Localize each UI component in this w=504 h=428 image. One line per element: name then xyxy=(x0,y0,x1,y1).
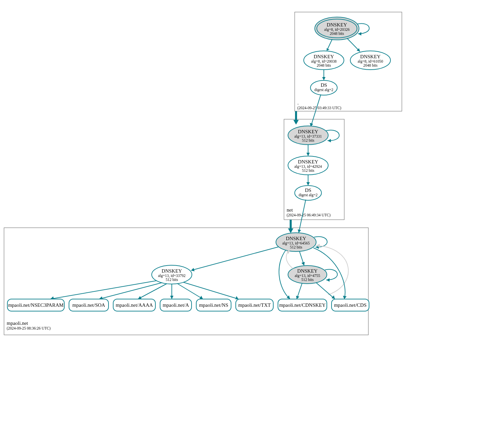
svg-text:mpaoli.net/SOA: mpaoli.net/SOA xyxy=(72,302,105,308)
record-nsec3param: mpaoli.net/NSEC3PARAM xyxy=(7,299,64,311)
svg-text:mpaoli.net/NS: mpaoli.net/NS xyxy=(199,302,228,308)
svg-text:digest alg=2: digest alg=2 xyxy=(314,88,334,92)
node-root-ds: DS digest alg=2 xyxy=(310,80,337,95)
svg-text:mpaoli.net/CDNSKEY: mpaoli.net/CDNSKEY xyxy=(279,302,326,308)
svg-text:DNSKEY: DNSKEY xyxy=(286,236,306,241)
svg-marker-57 xyxy=(343,296,347,299)
svg-text:DNSKEY: DNSKEY xyxy=(297,268,318,274)
edge-zsk1-r1 xyxy=(50,281,157,299)
node-mp-ksk: DNSKEY alg=13, id=64565 512 bits xyxy=(276,233,316,252)
svg-text:DS: DS xyxy=(305,188,311,193)
svg-marker-59 xyxy=(332,295,335,299)
record-cds: mpaoli.net/CDS xyxy=(332,299,369,311)
svg-marker-35 xyxy=(306,182,310,186)
record-cdnskey: mpaoli.net/CDNSKEY xyxy=(278,299,327,311)
svg-text:DNSKEY: DNSKEY xyxy=(298,129,318,134)
edge-mpzsk2-ksk-light xyxy=(286,250,293,269)
svg-text:DNSKEY: DNSKEY xyxy=(327,22,347,27)
node-root-zsk2: DNSKEY alg=8, id=61050 2048 bits xyxy=(350,51,390,70)
edge-mpzsk2-cds xyxy=(316,283,335,299)
edge-zsk1-r6 xyxy=(184,282,238,299)
svg-text:512 bits: 512 bits xyxy=(166,278,178,282)
zone-net-label: net xyxy=(287,207,293,213)
record-ns: mpaoli.net/NS xyxy=(196,299,231,311)
svg-marker-5 xyxy=(358,32,361,35)
svg-marker-20 xyxy=(293,120,299,125)
node-mp-zsk2: DNSKEY alg=13, id=4755 512 bits xyxy=(288,266,327,284)
svg-marker-65 xyxy=(235,296,238,299)
svg-text:2048 bits: 2048 bits xyxy=(330,31,344,35)
svg-marker-19 xyxy=(322,77,326,80)
record-a: mpaoli.net/A xyxy=(160,299,192,311)
record-soa: mpaoli.net/SOA xyxy=(69,299,109,311)
edge-zsk1-r5 xyxy=(177,284,203,299)
svg-text:2048 bits: 2048 bits xyxy=(363,63,378,67)
node-net-ksk: DNSKEY alg=13, id=37331 512 bits xyxy=(288,126,328,145)
zone-mpaoli-timestamp: (2024-09-25 08:36:26 UTC) xyxy=(7,326,51,331)
svg-text:DNSKEY: DNSKEY xyxy=(162,268,182,274)
zone-mpaoli-label: mpaoli.net xyxy=(7,320,28,326)
edge-zsk1-r3 xyxy=(138,284,167,299)
zone-root-label: . xyxy=(297,100,299,105)
svg-marker-37 xyxy=(298,229,301,233)
svg-marker-52 xyxy=(191,268,195,271)
svg-text:DNSKEY: DNSKEY xyxy=(360,54,381,59)
svg-marker-36 xyxy=(288,228,293,233)
svg-text:DS: DS xyxy=(320,82,327,88)
svg-text:mpaoli.net/CDS: mpaoli.net/CDS xyxy=(334,302,366,308)
svg-text:2048 bits: 2048 bits xyxy=(317,63,331,67)
node-net-zsk: DNSKEY alg=13, id=42924 512 bits xyxy=(288,156,328,175)
svg-text:mpaoli.net/TXT: mpaoli.net/TXT xyxy=(238,302,271,308)
edge-mpksk-zsk1 xyxy=(192,247,279,270)
svg-marker-47 xyxy=(326,278,330,282)
svg-text:DNSKEY: DNSKEY xyxy=(314,54,334,59)
svg-text:digest alg=2: digest alg=2 xyxy=(299,193,318,197)
svg-text:DNSKEY: DNSKEY xyxy=(298,159,318,164)
zone-root-timestamp: (2024-09-25 03:49:33 UTC) xyxy=(297,106,341,110)
svg-marker-31 xyxy=(306,153,310,156)
svg-text:mpaoli.net/A: mpaoli.net/A xyxy=(163,302,189,308)
edge-rootds-netksk xyxy=(311,94,321,127)
node-root-zsk1: DNSKEY alg=8, id=20038 2048 bits xyxy=(304,51,344,70)
svg-marker-63 xyxy=(170,296,173,299)
svg-text:512 bits: 512 bits xyxy=(302,168,314,172)
svg-text:mpaoli.net/AAAA: mpaoli.net/AAAA xyxy=(116,302,153,308)
record-txt: mpaoli.net/TXT xyxy=(236,299,273,311)
svg-text:512 bits: 512 bits xyxy=(301,278,314,282)
svg-text:512 bits: 512 bits xyxy=(290,245,302,249)
record-aaaa: mpaoli.net/AAAA xyxy=(113,299,155,311)
zone-net-timestamp: (2024-09-25 06:49:34 UTC) xyxy=(287,213,331,217)
svg-text:512 bits: 512 bits xyxy=(302,138,314,142)
node-root-ksk: DNSKEY alg=8, id=20326 2048 bits xyxy=(315,17,359,40)
svg-marker-26 xyxy=(328,139,331,142)
node-net-ds: DS digest alg=2 xyxy=(295,186,321,200)
svg-text:mpaoli.net/NSEC3PARAM: mpaoli.net/NSEC3PARAM xyxy=(8,302,64,308)
node-mp-zsk1: DNSKEY alg=13, id=33792 512 bits xyxy=(152,265,192,284)
